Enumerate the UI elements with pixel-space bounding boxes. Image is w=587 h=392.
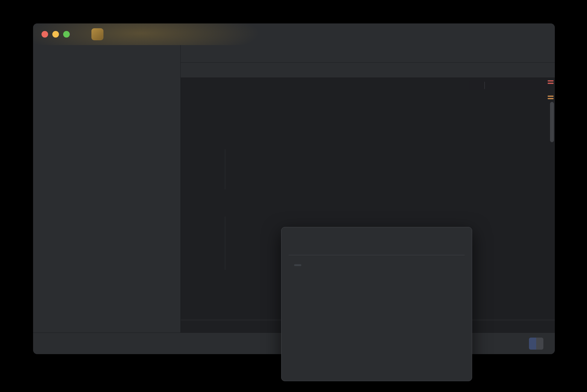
window-controls	[41, 31, 70, 38]
code-with-me-button[interactable]	[499, 30, 508, 38]
warning-stripe-mark[interactable]	[548, 96, 554, 97]
project-tool-window	[33, 45, 181, 333]
warning-stripe-mark[interactable]	[548, 98, 554, 99]
javamodule-link[interactable]	[294, 264, 301, 266]
reader-mode-icon[interactable]	[471, 81, 479, 89]
error-count[interactable]	[490, 82, 499, 89]
indent-guide	[225, 216, 225, 270]
memory-indicator[interactable]	[529, 338, 543, 350]
editor-tabs	[181, 45, 555, 63]
edit-source-icon[interactable]	[441, 368, 448, 375]
chevron-down-icon	[133, 32, 139, 37]
scrollbar-thumb[interactable]	[550, 102, 554, 142]
project-badge[interactable]	[91, 28, 103, 40]
more-actions-button[interactable]	[451, 31, 459, 38]
warning-icon	[504, 82, 511, 89]
minimize-window-button[interactable]	[52, 31, 59, 38]
titlebar	[33, 23, 555, 45]
inspections-widget[interactable]	[469, 80, 551, 90]
passed-count[interactable]	[518, 82, 527, 89]
run-toolbar	[181, 63, 555, 78]
version-control-menu[interactable]	[131, 32, 139, 37]
popup-options-icon[interactable]	[456, 368, 463, 375]
module-folder-icon	[290, 368, 298, 375]
chevron-down-icon	[392, 32, 397, 37]
tab-options-button[interactable]	[540, 50, 547, 57]
indent-guide	[225, 149, 225, 189]
search-everywhere-button[interactable]	[519, 30, 527, 38]
maximize-window-button[interactable]	[63, 31, 70, 38]
close-window-button[interactable]	[41, 31, 48, 38]
error-stripe-mark[interactable]	[548, 80, 554, 81]
previous-problem-button[interactable]	[531, 82, 538, 89]
project-chevron-icon[interactable]	[111, 32, 116, 37]
error-stripe-mark[interactable]	[548, 83, 554, 84]
notifications-bell-icon[interactable]	[515, 340, 522, 348]
run-button[interactable]	[410, 30, 418, 38]
project-tree	[33, 61, 180, 62]
debug-button[interactable]	[432, 30, 439, 38]
run-configuration-menu[interactable]	[390, 32, 397, 37]
popup-divider	[289, 255, 465, 255]
chevron-down-icon[interactable]	[41, 50, 46, 56]
settings-button[interactable]	[537, 30, 546, 38]
check-icon	[518, 82, 525, 89]
error-icon	[490, 82, 498, 89]
documentation-popup	[281, 227, 472, 381]
warning-count[interactable]	[504, 82, 513, 89]
